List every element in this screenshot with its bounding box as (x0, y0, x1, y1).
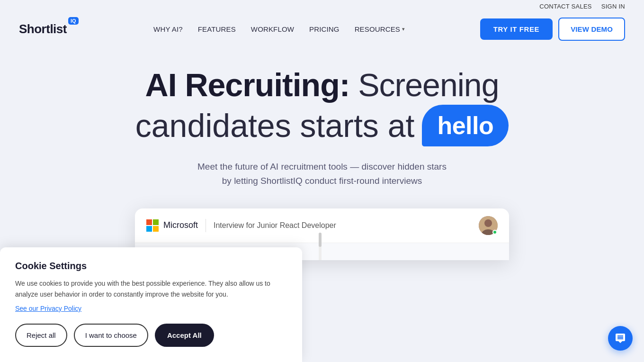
sign-in-link[interactable]: SIGN IN (601, 3, 625, 10)
logo-badge: IQ (68, 17, 79, 25)
hero-title-bold: AI Recruiting: (145, 67, 350, 103)
navbar: Shortlist IQ WHY AI? FEATURES WORKFLOW P… (0, 13, 644, 48)
hero-section: AI Recruiting: Screening candidates star… (0, 48, 644, 189)
nav-features[interactable]: FEATURES (198, 25, 236, 33)
hero-title-line2: candidates starts at hello (9, 105, 635, 146)
microsoft-logo-wrap: Microsoft Interview for Junior React Dev… (146, 219, 336, 232)
utility-bar: CONTACT SALES SIGN IN (0, 0, 644, 13)
card-divider (206, 219, 206, 232)
hello-bubble: hello (422, 105, 509, 146)
hero-line2-text: candidates starts at (135, 107, 415, 144)
nav-pricing[interactable]: PRICING (309, 25, 340, 33)
view-demo-button[interactable]: VIEW DEMO (558, 18, 625, 41)
ms-red-square (146, 219, 152, 225)
accept-all-button[interactable]: Accept All (155, 324, 214, 347)
scrollbar-thumb (319, 233, 322, 247)
try-free-button[interactable]: TRY IT FREE (480, 18, 553, 40)
nav-buttons: TRY IT FREE VIEW DEMO (480, 18, 625, 41)
cookie-description: We use cookies to provide you with the b… (15, 278, 287, 299)
cookie-buttons: Reject all I want to choose Accept All (15, 324, 287, 347)
avatar-wrap (479, 216, 498, 235)
hero-subtitle: Meet the future of AI recruitment tools … (9, 160, 635, 189)
nav-workflow[interactable]: WORKFLOW (251, 25, 294, 33)
want-to-choose-button[interactable]: I want to choose (74, 324, 148, 347)
ms-yellow-square (153, 226, 159, 232)
interview-title: Interview for Junior React Developer (214, 221, 336, 230)
online-status-dot (492, 230, 497, 235)
svg-point-1 (484, 219, 492, 227)
nav-why-ai[interactable]: WHY AI? (153, 25, 183, 33)
chevron-down-icon: ▾ (402, 26, 405, 32)
logo[interactable]: Shortlist IQ (19, 22, 79, 36)
chat-widget-button[interactable] (608, 326, 633, 351)
cookie-title: Cookie Settings (15, 261, 287, 272)
logo-text: Shortlist (19, 22, 67, 36)
privacy-policy-link[interactable]: See our Privacy Policy (15, 305, 81, 312)
microsoft-logo-icon (146, 219, 159, 232)
cookie-banner: Cookie Settings We use cookies to provid… (0, 247, 302, 362)
interview-card-header: Microsoft Interview for Junior React Dev… (135, 208, 509, 243)
ms-blue-square (146, 226, 152, 232)
reject-all-button[interactable]: Reject all (15, 324, 67, 347)
ms-green-square (153, 219, 159, 225)
hero-title-normal: Screening (358, 67, 499, 103)
hero-title-line1: AI Recruiting: Screening (9, 67, 635, 103)
scrollbar[interactable] (319, 233, 322, 260)
company-name: Microsoft (163, 220, 198, 230)
contact-sales-link[interactable]: CONTACT SALES (539, 3, 592, 10)
nav-links: WHY AI? FEATURES WORKFLOW PRICING RESOUR… (153, 25, 405, 33)
chat-bubble-icon (615, 333, 626, 344)
nav-resources[interactable]: RESOURCES ▾ (355, 25, 405, 33)
